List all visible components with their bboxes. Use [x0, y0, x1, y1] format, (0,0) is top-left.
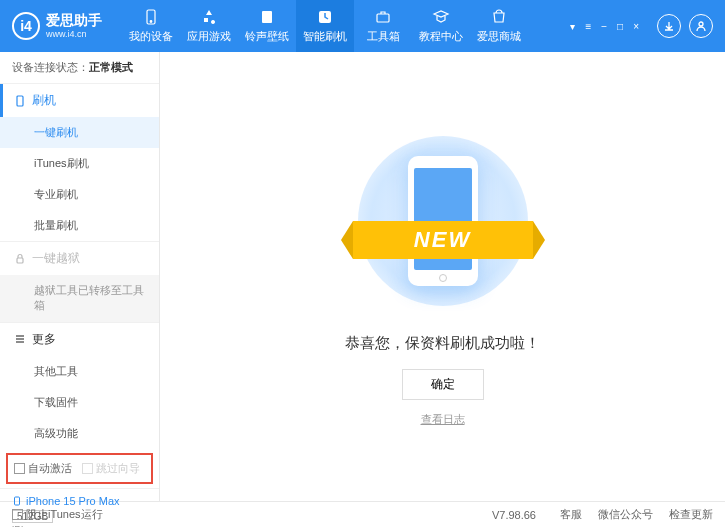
toolbox-icon	[374, 8, 392, 26]
settings-icon[interactable]: ≡	[583, 19, 593, 34]
tutorial-icon	[432, 8, 450, 26]
version-text: V7.98.66	[492, 509, 536, 521]
sidebar-item-advanced[interactable]: 高级功能	[0, 418, 159, 449]
nav-flash[interactable]: 智能刷机	[296, 0, 354, 52]
flash-icon	[316, 8, 334, 26]
sidebar-item-download-firmware[interactable]: 下载固件	[0, 387, 159, 418]
sidebar-item-other-tools[interactable]: 其他工具	[0, 356, 159, 387]
menu-icon[interactable]: ▾	[568, 19, 577, 34]
sidebar-section-flash[interactable]: 刷机	[0, 84, 159, 117]
sidebar-item-one-key-flash[interactable]: 一键刷机	[0, 117, 159, 148]
nav-toolbox[interactable]: 工具箱	[354, 0, 412, 52]
main-content: NEW 恭喜您，保资料刷机成功啦！ 确定 查看日志	[160, 52, 725, 501]
device-icon	[142, 8, 160, 26]
checkbox-block-itunes[interactable]: 阻止iTunes运行	[12, 507, 103, 522]
nav-ringtones[interactable]: 铃声壁纸	[238, 0, 296, 52]
footer-link-wechat[interactable]: 微信公众号	[598, 507, 653, 522]
more-icon	[14, 333, 26, 345]
maximize-icon[interactable]: □	[615, 19, 625, 34]
ringtone-icon	[258, 8, 276, 26]
success-message: 恭喜您，保资料刷机成功啦！	[345, 334, 540, 353]
nav-apps[interactable]: 应用游戏	[180, 0, 238, 52]
sidebar-item-pro-flash[interactable]: 专业刷机	[0, 179, 159, 210]
logo-icon: i4	[12, 12, 40, 40]
logo[interactable]: i4 爱思助手 www.i4.cn	[12, 12, 102, 40]
svg-rect-2	[262, 11, 272, 23]
footer-link-support[interactable]: 客服	[560, 507, 582, 522]
device-phone-icon	[12, 496, 22, 506]
close-icon[interactable]: ×	[631, 19, 641, 34]
minimize-icon[interactable]: −	[599, 19, 609, 34]
top-nav: 我的设备 应用游戏 铃声壁纸 智能刷机 工具箱 教程中心 爱思商城	[122, 0, 568, 52]
jailbreak-note: 越狱工具已转移至工具箱	[0, 275, 159, 322]
svg-rect-6	[17, 96, 23, 106]
apps-icon	[200, 8, 218, 26]
sidebar: 设备连接状态：正常模式 刷机 一键刷机 iTunes刷机 专业刷机 批量刷机 一…	[0, 52, 160, 501]
download-button[interactable]	[657, 14, 681, 38]
user-button[interactable]	[689, 14, 713, 38]
checkbox-skip-guide[interactable]: 跳过向导	[82, 461, 140, 476]
nav-store[interactable]: 爱思商城	[470, 0, 528, 52]
svg-rect-7	[17, 258, 23, 263]
nav-my-device[interactable]: 我的设备	[122, 0, 180, 52]
svg-rect-8	[15, 497, 20, 505]
ok-button[interactable]: 确定	[402, 369, 484, 400]
store-icon	[490, 8, 508, 26]
checkbox-auto-activate[interactable]: 自动激活	[14, 461, 72, 476]
logo-url: www.i4.cn	[46, 29, 102, 40]
window-controls: ▾ ≡ − □ ×	[568, 19, 641, 34]
view-log-link[interactable]: 查看日志	[421, 412, 465, 427]
sidebar-item-batch-flash[interactable]: 批量刷机	[0, 210, 159, 241]
sidebar-section-more[interactable]: 更多	[0, 323, 159, 356]
success-illustration: NEW	[333, 126, 553, 316]
connection-status: 设备连接状态：正常模式	[0, 52, 159, 83]
phone-icon	[14, 95, 26, 107]
new-ribbon: NEW	[353, 221, 533, 259]
sidebar-section-jailbreak: 一键越狱	[0, 242, 159, 275]
svg-point-5	[699, 22, 703, 26]
flash-options-highlight: 自动激活 跳过向导	[6, 453, 153, 484]
device-name-text: iPhone 15 Pro Max	[26, 495, 120, 507]
header: i4 爱思助手 www.i4.cn 我的设备 应用游戏 铃声壁纸 智能刷机 工具…	[0, 0, 725, 52]
svg-rect-4	[377, 14, 389, 22]
nav-tutorials[interactable]: 教程中心	[412, 0, 470, 52]
footer-link-update[interactable]: 检查更新	[669, 507, 713, 522]
sidebar-item-itunes-flash[interactable]: iTunes刷机	[0, 148, 159, 179]
logo-title: 爱思助手	[46, 12, 102, 29]
lock-icon	[14, 253, 26, 265]
svg-point-1	[150, 21, 152, 23]
